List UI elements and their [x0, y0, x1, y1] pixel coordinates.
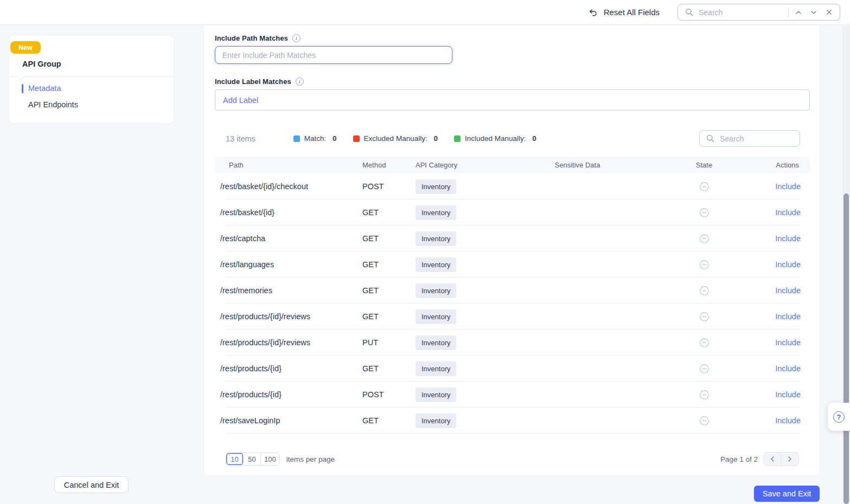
- actions-cell: Include: [745, 364, 810, 373]
- close-icon[interactable]: [823, 7, 834, 18]
- legend-item: Included Manually: 0: [454, 134, 536, 143]
- actions-cell: Include: [745, 416, 810, 425]
- minus-circle-icon[interactable]: [699, 259, 710, 270]
- scrollbar-track[interactable]: [842, 25, 850, 504]
- endpoint-method: POST: [362, 390, 416, 399]
- scrollbar-thumb[interactable]: [843, 193, 849, 504]
- endpoint-method: GET: [362, 260, 416, 269]
- topbar-search-input[interactable]: [699, 8, 784, 17]
- legend-label: Included Manually:: [465, 134, 528, 143]
- previous-page-button[interactable]: [764, 453, 781, 466]
- include-path-matches-label: Include Path Matches: [215, 34, 288, 42]
- api-category-badge: Inventory: [416, 179, 456, 194]
- legend-item: Match: 0: [293, 134, 337, 143]
- api-category-cell: Inventory: [416, 205, 491, 220]
- legend-color-swatch: [353, 135, 360, 142]
- api-category-badge: Inventory: [416, 257, 456, 272]
- state-cell: [663, 389, 745, 400]
- cancel-and-exit-button[interactable]: Cancel and Exit: [54, 476, 129, 493]
- endpoint-path: /rest/memories: [215, 286, 362, 295]
- endpoint-path: /rest/basket/{id}: [215, 208, 362, 217]
- include-action-link[interactable]: Include: [775, 208, 801, 217]
- legend-color-swatch: [293, 135, 300, 142]
- endpoint-method: GET: [362, 234, 416, 243]
- api-category-cell: Inventory: [416, 361, 491, 376]
- minus-circle-icon[interactable]: [699, 285, 710, 296]
- actions-cell: Include: [745, 286, 810, 295]
- state-cell: [663, 181, 745, 192]
- page-size-button-10[interactable]: 10: [226, 453, 244, 465]
- help-button[interactable]: ?: [828, 403, 850, 431]
- api-category-badge: Inventory: [416, 231, 456, 246]
- state-cell: [663, 415, 745, 426]
- api-group-card: New API Group Metadata API Endpoints: [9, 36, 174, 124]
- include-action-link[interactable]: Include: [775, 338, 801, 347]
- table-row: /rest/products/{id}/reviewsGETInventoryI…: [215, 303, 810, 329]
- page-size-button-50[interactable]: 50: [244, 453, 261, 465]
- api-category-badge: Inventory: [416, 387, 456, 402]
- page-size-button-100[interactable]: 100: [261, 453, 279, 465]
- api-category-badge: Inventory: [416, 283, 456, 298]
- reset-icon: [587, 7, 598, 18]
- page-size-group: 1050100: [226, 453, 280, 466]
- legend-row: 13 items Match: 0Excluded Manually: 0Inc…: [215, 130, 809, 147]
- actions-cell: Include: [745, 260, 810, 269]
- sidebar-item-label: Metadata: [28, 84, 61, 93]
- sidebar-item-metadata[interactable]: Metadata: [28, 84, 61, 93]
- include-action-link[interactable]: Include: [775, 416, 801, 425]
- api-category-badge: Inventory: [416, 361, 456, 376]
- reset-all-fields-button[interactable]: Reset All Fields: [587, 7, 660, 18]
- include-action-link[interactable]: Include: [775, 234, 801, 243]
- state-cell: [663, 363, 745, 374]
- endpoint-path: /rest/products/{id}/reviews: [215, 338, 362, 347]
- column-header-sensitive-data: Sensitive Data: [491, 161, 663, 169]
- add-label-button[interactable]: Add Label: [223, 96, 258, 105]
- items-per-page-label: items per page: [286, 455, 335, 463]
- legend-label: Match:: [304, 134, 328, 143]
- include-path-matches-input[interactable]: [215, 46, 452, 64]
- table-search-input[interactable]: [720, 134, 795, 143]
- minus-circle-icon[interactable]: [699, 311, 710, 322]
- minus-circle-icon[interactable]: [699, 233, 710, 244]
- actions-cell: Include: [745, 234, 810, 243]
- column-header-api-category: API Category: [416, 161, 491, 169]
- search-divider: [788, 8, 789, 17]
- api-category-badge: Inventory: [416, 413, 456, 428]
- info-icon[interactable]: i: [296, 77, 304, 86]
- minus-circle-icon[interactable]: [699, 181, 710, 192]
- save-and-exit-button[interactable]: Save and Exit: [754, 486, 820, 502]
- include-action-link[interactable]: Include: [775, 286, 801, 295]
- active-indicator-bar: [22, 84, 23, 93]
- api-category-cell: Inventory: [416, 335, 491, 350]
- chevron-up-icon[interactable]: [793, 7, 804, 18]
- legend-count: 0: [433, 134, 438, 143]
- legend-label: Excluded Manually:: [364, 134, 430, 143]
- table-row: /rest/basket/{id}/checkoutPOSTInventoryI…: [215, 173, 810, 199]
- items-count: 13 items: [226, 134, 255, 143]
- minus-circle-icon[interactable]: [699, 415, 710, 426]
- endpoint-method: GET: [362, 364, 416, 373]
- minus-circle-icon[interactable]: [699, 337, 710, 348]
- include-action-link[interactable]: Include: [775, 260, 801, 269]
- search-icon: [705, 133, 715, 144]
- minus-circle-icon[interactable]: [699, 389, 710, 400]
- table-row: /rest/captchaGETInventoryInclude: [215, 225, 810, 251]
- endpoint-method: GET: [362, 312, 416, 321]
- api-category-cell: Inventory: [416, 257, 491, 272]
- include-action-link[interactable]: Include: [775, 182, 801, 191]
- state-cell: [663, 207, 745, 218]
- next-page-button[interactable]: [781, 453, 798, 466]
- chevron-down-icon[interactable]: [808, 7, 819, 18]
- minus-circle-icon[interactable]: [699, 363, 710, 374]
- include-label-matches-label: Include Label Matches: [215, 77, 291, 86]
- api-category-cell: Inventory: [416, 283, 491, 298]
- include-action-link[interactable]: Include: [775, 364, 801, 373]
- table-row: /rest/saveLoginIpGETInventoryInclude: [215, 408, 810, 434]
- sidebar-item-api-endpoints[interactable]: API Endpoints: [28, 100, 78, 109]
- include-action-link[interactable]: Include: [775, 390, 801, 399]
- info-icon[interactable]: i: [292, 34, 301, 42]
- state-cell: [663, 337, 745, 348]
- search-icon: [683, 7, 694, 18]
- include-action-link[interactable]: Include: [775, 312, 801, 321]
- minus-circle-icon[interactable]: [699, 207, 710, 218]
